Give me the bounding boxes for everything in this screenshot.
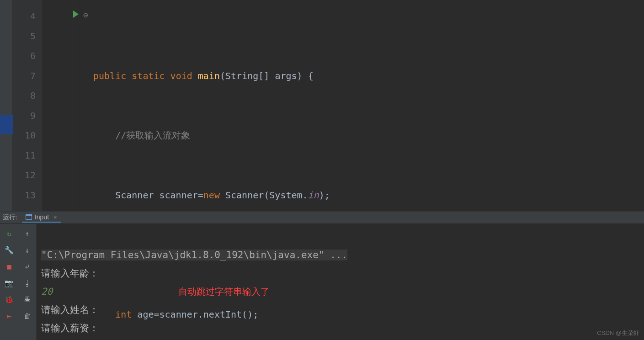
- console-line: 请输入年龄：: [41, 268, 99, 279]
- annotation-text: 自动跳过字符串输入了: [178, 282, 270, 301]
- code-editor[interactable]: public static void main(String[] args) {…: [73, 0, 644, 211]
- code-text: );: [319, 190, 330, 201]
- run-panel: ↻ 🔧 ■ 📷 🐞 ⇤ ↑ ↓ ⤶ ⭳ 🖶 🗑 "C:\Program File…: [0, 224, 644, 340]
- scroll-to-end-icon[interactable]: ⭳: [22, 278, 32, 288]
- line-number[interactable]: 13: [13, 186, 36, 206]
- bug-icon[interactable]: 🐞: [4, 294, 14, 304]
- trash-icon[interactable]: 🗑: [22, 311, 32, 321]
- down-arrow-icon[interactable]: ↓: [22, 245, 32, 255]
- soft-wrap-icon[interactable]: ⤶: [22, 261, 32, 271]
- line-number[interactable]: 10: [13, 126, 36, 146]
- stop-button[interactable]: ■: [4, 261, 14, 271]
- run-tab[interactable]: Input ×: [22, 212, 61, 223]
- print-icon[interactable]: 🖶: [22, 294, 32, 304]
- method-name: main: [198, 70, 220, 81]
- console-output[interactable]: "C:\Program Files\Java\jdk1.8.0_192\bin\…: [37, 224, 644, 340]
- code-text: Scanner scanner=: [115, 190, 203, 201]
- editor-area: 4 5 6 7 8 9 10 11 12 13 ⊖ public static …: [0, 0, 644, 211]
- line-number[interactable]: 9: [13, 106, 36, 126]
- comment: //获取输入流对象: [115, 130, 190, 141]
- code-text: (String[] args) {: [220, 70, 314, 81]
- line-number[interactable]: 6: [13, 46, 36, 66]
- line-number[interactable]: 11: [13, 146, 36, 166]
- fold-column: ⊖: [42, 0, 73, 211]
- line-gutter[interactable]: 4 5 6 7 8 9 10 11 12 13: [13, 0, 42, 211]
- left-sidebar: [0, 0, 13, 211]
- wrench-icon[interactable]: 🔧: [4, 245, 14, 255]
- console-line: 请输入姓名：: [41, 304, 99, 315]
- run-toolbar-right: ↑ ↓ ⤶ ⭳ 🖶 🗑: [18, 224, 37, 340]
- line-number[interactable]: 4: [13, 6, 36, 27]
- keyword: void: [170, 70, 192, 81]
- keyword: public: [93, 70, 126, 81]
- watermark: CSDN @生菜虾: [597, 329, 639, 337]
- application-icon: [26, 214, 32, 220]
- keyword: new: [203, 190, 220, 201]
- keyword: static: [132, 70, 165, 81]
- console-line: 请输入薪资：: [41, 323, 99, 334]
- run-tab-label: Input: [35, 213, 49, 221]
- run-panel-label: 运行:: [3, 213, 17, 222]
- line-number[interactable]: 5: [13, 27, 36, 47]
- rerun-button[interactable]: ↻: [4, 228, 14, 239]
- line-number[interactable]: 12: [13, 165, 36, 186]
- console-input: 20: [41, 286, 53, 297]
- line-number[interactable]: 7: [13, 66, 36, 86]
- camera-icon[interactable]: 📷: [4, 278, 14, 288]
- run-toolbar-left: ↻ 🔧 ■ 📷 🐞 ⇤: [0, 224, 18, 340]
- code-text: Scanner(System.: [220, 190, 308, 201]
- line-number[interactable]: 8: [13, 86, 36, 106]
- close-icon[interactable]: ×: [53, 214, 57, 221]
- breakpoint-marker[interactable]: [0, 115, 13, 134]
- exit-icon[interactable]: ⇤: [4, 311, 14, 321]
- up-arrow-icon[interactable]: ↑: [22, 228, 32, 239]
- field-ref: in: [308, 190, 319, 201]
- console-command: "C:\Program Files\Java\jdk1.8.0_192\bin\…: [41, 250, 347, 260]
- current-line-highlight: [73, 46, 644, 66]
